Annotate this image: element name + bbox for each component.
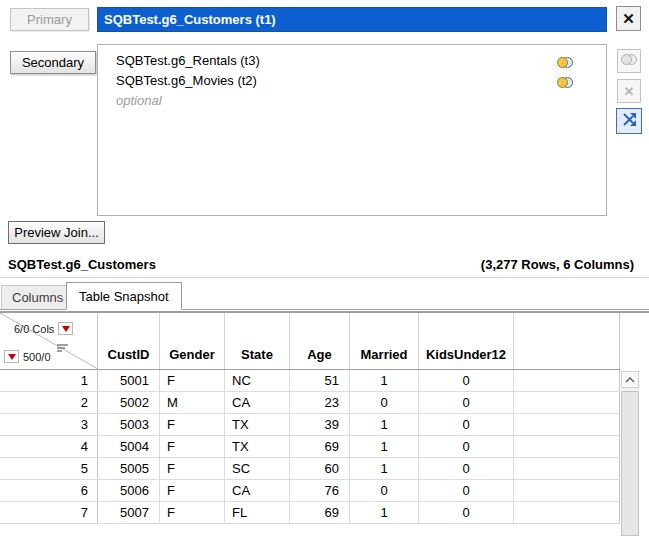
row-number-cell[interactable]: 6 — [0, 480, 98, 501]
tab-bar: Columns Table Snapshot — [0, 278, 649, 310]
data-cell[interactable]: F — [160, 502, 225, 523]
secondary-button[interactable]: Secondary — [10, 51, 96, 74]
data-cell[interactable]: 51 — [290, 370, 350, 391]
data-cell[interactable]: 0 — [419, 414, 514, 435]
data-cell[interactable]: SC — [225, 458, 290, 479]
optional-placeholder: optional — [98, 91, 606, 111]
data-cell[interactable]: 5007 — [98, 502, 160, 523]
row-number-cell[interactable]: 7 — [0, 502, 98, 523]
secondary-table-item[interactable]: SQBTest.g6_Movies (t2) — [98, 71, 606, 91]
data-cell[interactable]: 0 — [419, 458, 514, 479]
close-button[interactable]: ✕ — [616, 6, 641, 31]
secondary-tables-list[interactable]: SQBTest.g6_Rentals (t3) SQBTest.g6_Movie… — [97, 44, 607, 216]
data-cell[interactable]: M — [160, 392, 225, 413]
secondary-table-item[interactable]: SQBTest.g6_Rentals (t3) — [98, 51, 606, 71]
data-cell[interactable]: CA — [225, 392, 290, 413]
venn-disabled-icon — [620, 53, 638, 69]
data-cell[interactable]: 1 — [350, 370, 419, 391]
data-cell[interactable]: 39 — [290, 414, 350, 435]
chevron-up-icon — [625, 377, 635, 383]
table-row[interactable]: 15001FNC5110 — [0, 370, 620, 392]
column-header-custid[interactable]: CustID — [98, 313, 160, 369]
row-number-cell[interactable]: 4 — [0, 436, 98, 457]
data-cell[interactable]: 23 — [290, 392, 350, 413]
row-number-cell[interactable]: 2 — [0, 392, 98, 413]
data-cell[interactable]: F — [160, 436, 225, 457]
data-cell[interactable]: 0 — [350, 480, 419, 501]
header-filler — [514, 313, 620, 369]
data-cell[interactable]: 76 — [290, 480, 350, 501]
filler-cell — [514, 436, 620, 457]
table-row[interactable]: 75007FFL6910 — [0, 502, 620, 524]
column-header-married[interactable]: Married — [350, 313, 419, 369]
red-triangle-icon — [62, 326, 70, 332]
data-cell[interactable]: 0 — [419, 436, 514, 457]
data-cell[interactable]: 1 — [350, 502, 419, 523]
primary-table-value: SQBTest.g6_Customers (t1) — [104, 12, 276, 27]
data-cell[interactable]: 0 — [419, 480, 514, 501]
data-cell[interactable]: 0 — [419, 502, 514, 523]
data-cell[interactable]: 5001 — [98, 370, 160, 391]
data-cell[interactable]: 5006 — [98, 480, 160, 501]
row-number-cell[interactable]: 5 — [0, 458, 98, 479]
data-cell[interactable]: 69 — [290, 502, 350, 523]
remove-join-button[interactable]: ✕ — [617, 79, 641, 103]
data-cell[interactable]: 60 — [290, 458, 350, 479]
data-cell[interactable]: 69 — [290, 436, 350, 457]
snapshot-table: 6/0 Cols 500/0 — [0, 311, 649, 536]
data-cell[interactable]: CA — [225, 480, 290, 501]
data-cell[interactable]: 0 — [419, 370, 514, 391]
data-cell[interactable]: F — [160, 414, 225, 435]
table-title-row: SQBTest.g6_Customers (3,277 Rows, 6 Colu… — [0, 253, 649, 278]
data-cell[interactable]: F — [160, 458, 225, 479]
rows-menu-button[interactable] — [4, 350, 19, 363]
filler-cell — [514, 480, 620, 501]
column-header-gender[interactable]: Gender — [160, 313, 225, 369]
data-cell[interactable]: FL — [225, 502, 290, 523]
column-header-state[interactable]: State — [225, 313, 290, 369]
table-row[interactable]: 25002MCA2300 — [0, 392, 620, 414]
preview-join-button[interactable]: Preview Join... — [8, 221, 105, 244]
scroll-up-button[interactable] — [621, 371, 639, 388]
data-cell[interactable]: 1 — [350, 436, 419, 457]
data-cell[interactable]: 5004 — [98, 436, 160, 457]
data-cell[interactable]: TX — [225, 436, 290, 457]
primary-table-field[interactable]: SQBTest.g6_Customers (t1) — [97, 7, 607, 32]
vertical-scrollbar[interactable] — [621, 371, 639, 536]
data-cell[interactable]: 5005 — [98, 458, 160, 479]
table-row[interactable]: 65006FCA7600 — [0, 480, 620, 502]
data-cell[interactable]: 5002 — [98, 392, 160, 413]
remove-icon: ✕ — [624, 84, 635, 99]
rows-badge-label: 500/0 — [23, 351, 51, 363]
data-cell[interactable]: F — [160, 370, 225, 391]
data-cell[interactable]: 1 — [350, 414, 419, 435]
data-cell[interactable]: 1 — [350, 458, 419, 479]
table-row[interactable]: 35003FTX3910 — [0, 414, 620, 436]
row-number-cell[interactable]: 1 — [0, 370, 98, 391]
tab-table-snapshot[interactable]: Table Snapshot — [66, 282, 182, 310]
join-venn-icon[interactable] — [556, 75, 574, 95]
data-cell[interactable]: 0 — [350, 392, 419, 413]
red-triangle-icon — [8, 354, 16, 360]
data-cell[interactable]: F — [160, 480, 225, 501]
table-row[interactable]: 55005FSC6010 — [0, 458, 620, 480]
table-row[interactable]: 45004FTX6910 — [0, 436, 620, 458]
table-header-row: 6/0 Cols 500/0 — [0, 313, 620, 370]
data-cell[interactable]: 0 — [419, 392, 514, 413]
row-number-cell[interactable]: 3 — [0, 414, 98, 435]
snapshot-body: 15001FNC511025002MCA230035003FTX39104500… — [0, 370, 620, 524]
columns-filter-icon[interactable] — [56, 341, 69, 356]
data-cell[interactable]: NC — [225, 370, 290, 391]
primary-button[interactable]: Primary — [10, 8, 89, 31]
table-title: SQBTest.g6_Customers — [8, 257, 156, 272]
swap-tables-button[interactable] — [616, 108, 642, 134]
edit-join-button[interactable] — [617, 49, 641, 73]
data-cell[interactable]: TX — [225, 414, 290, 435]
column-header-kidsunder12[interactable]: KidsUnder12 — [419, 313, 514, 369]
tab-columns[interactable]: Columns — [1, 285, 74, 309]
filler-cell — [514, 414, 620, 435]
column-header-age[interactable]: Age — [290, 313, 350, 369]
data-cell[interactable]: 5003 — [98, 414, 160, 435]
columns-menu-button[interactable] — [58, 322, 73, 335]
scrollbar-thumb[interactable] — [621, 391, 639, 536]
